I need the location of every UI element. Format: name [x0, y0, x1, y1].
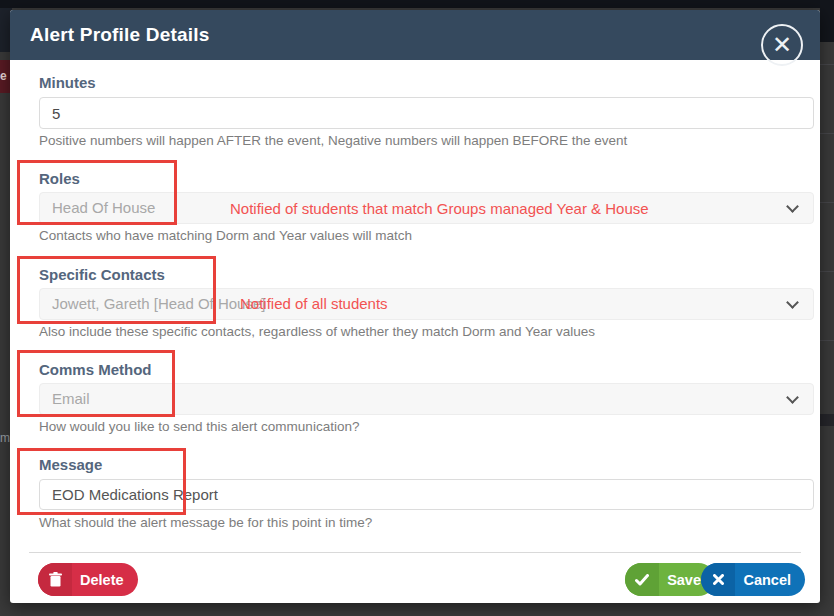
background-top-bar [0, 0, 834, 8]
specific-contacts-selected-value: Jowett, Gareth [Head Of House] [52, 295, 265, 312]
specific-contacts-select[interactable]: Jowett, Gareth [Head Of House] [39, 288, 814, 320]
close-icon[interactable]: ✕ [761, 24, 803, 66]
minutes-input[interactable] [39, 97, 814, 129]
comms-method-label: Comms Method [39, 361, 152, 378]
background-header-fragment [820, 0, 834, 42]
chevron-down-icon [786, 200, 799, 213]
comms-method-helper-text: How would you like to send this alert co… [39, 419, 804, 434]
check-icon [625, 563, 659, 596]
modal-header: Alert Profile Details ✕ [10, 10, 820, 60]
background-table-row-line [820, 202, 834, 203]
background-table-row-line [820, 271, 834, 272]
footer-divider [29, 552, 801, 553]
screen: e P m e Alert Profile Details ✕ Minutes … [0, 0, 834, 616]
roles-label: Roles [39, 170, 80, 187]
alert-profile-details-modal: Alert Profile Details ✕ Minutes Positive… [10, 10, 820, 603]
specific-contacts-label: Specific Contacts [39, 266, 165, 283]
message-label: Message [39, 456, 102, 473]
comms-method-select[interactable]: Email [39, 383, 814, 415]
minutes-label: Minutes [39, 74, 96, 91]
background-table-row-line [820, 133, 834, 134]
cancel-button-label: Cancel [735, 563, 805, 596]
message-input[interactable] [39, 479, 814, 510]
specific-contacts-helper-text: Also include these specific contacts, re… [39, 324, 804, 339]
comms-method-selected-value: Email [52, 390, 90, 407]
trash-icon [38, 563, 72, 596]
chevron-down-icon [786, 391, 799, 404]
background-table-row-line [820, 340, 834, 341]
delete-button-label: Delete [72, 563, 138, 596]
background-table-row-line [820, 64, 834, 65]
message-helper-text: What should the alert message be for thi… [39, 515, 804, 530]
delete-button[interactable]: Delete [38, 563, 138, 596]
minutes-helper-text: Positive numbers will happen AFTER the e… [39, 133, 804, 148]
background-table-row-dark [820, 414, 834, 426]
roles-selected-value: Head Of House [52, 199, 155, 216]
roles-helper-text: Contacts who have matching Dorm and Year… [39, 228, 804, 243]
modal-title: Alert Profile Details [30, 10, 209, 60]
roles-select[interactable]: Head Of House [39, 192, 814, 224]
x-icon [701, 563, 735, 596]
chevron-down-icon [786, 296, 799, 309]
cancel-button[interactable]: Cancel [701, 563, 805, 596]
